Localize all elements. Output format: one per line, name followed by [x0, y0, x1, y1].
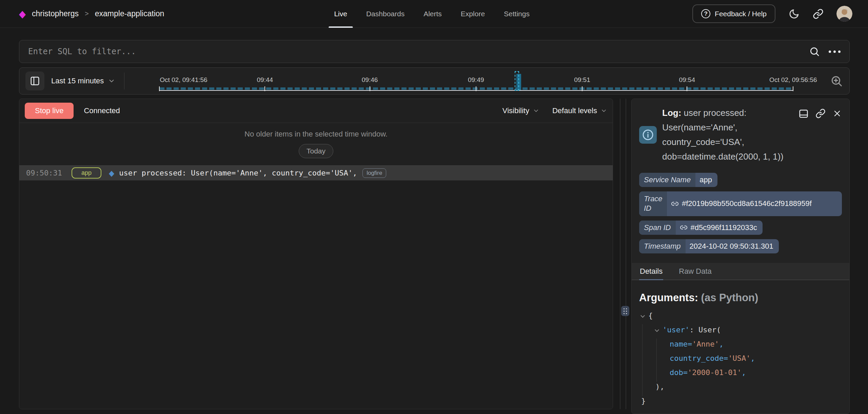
timeline-spike-selection — [515, 71, 519, 91]
chip-value-text: #d5c996f11192033c — [691, 223, 757, 232]
code-line: name='Anne', — [639, 337, 842, 351]
timeline-tick: 09:44 — [264, 86, 265, 91]
connection-status: Connected — [84, 106, 120, 115]
timeline-activity-spike — [515, 70, 525, 90]
code-line: { — [639, 309, 842, 323]
attribute-chip-timestamp: Timestamp2024-10-02 09:50:31.301 — [639, 239, 779, 253]
stop-live-button[interactable]: Stop live — [25, 103, 74, 119]
top-navbar: ◆ christophergs > example-application Li… — [0, 0, 868, 28]
code-token: '2000-01-01' — [688, 368, 742, 377]
code-token: { — [648, 311, 653, 320]
chip-label: Service Name — [639, 173, 695, 187]
detail-tab-details[interactable]: Details — [639, 263, 663, 280]
avatar-photo — [836, 6, 852, 22]
panel-resize-handle[interactable] — [621, 306, 629, 316]
chevron-down-icon — [533, 107, 539, 114]
code-line: } — [639, 394, 842, 408]
chip-value[interactable]: #f2019b98b550cd8a61546c2f9188959f — [667, 196, 817, 211]
nav-tabs: LiveDashboardsAlertsExploreSettings — [324, 0, 539, 28]
timeline-tick: 09:46 — [370, 86, 370, 91]
chip-label: Trace ID — [639, 191, 667, 216]
chip-value-text: 2024-10-02 09:50:31.301 — [690, 242, 773, 251]
timeline-divider — [124, 73, 124, 89]
link-icon[interactable] — [671, 200, 679, 208]
chip-label: Timestamp — [639, 239, 686, 253]
arguments-label: Arguments: — [639, 292, 698, 304]
dock-panel-icon[interactable] — [798, 108, 809, 119]
attribute-chip-trace-id: Trace ID#f2019b98b550cd8a61546c2f9188959… — [639, 191, 842, 216]
default-levels-dropdown[interactable]: Default levels — [552, 106, 607, 115]
timeline-end-label: Oct 02, 09:56:56 — [769, 76, 817, 84]
arguments-format-label: (as Python) — [701, 292, 758, 304]
attribute-chip-service-name: Service Nameapp — [639, 173, 717, 187]
sidebar-toggle-button[interactable] — [25, 71, 44, 90]
tab-alerts[interactable]: Alerts — [414, 0, 451, 28]
log-row[interactable]: 09:50:31 app ◆ user processed: User(name… — [19, 165, 613, 181]
timeline-tick: 09:54 — [687, 86, 687, 91]
info-level-icon — [639, 126, 657, 144]
arguments-code-block: {'user': User(name='Anne',country_code='… — [639, 309, 842, 408]
more-options-icon[interactable] — [829, 50, 841, 53]
share-link-icon[interactable] — [813, 8, 824, 19]
live-log-header: Stop live Connected Visibility Default l… — [19, 99, 613, 123]
timeline-tick: 09:51 — [582, 86, 583, 91]
timeline-start-tick: Oct 02, 09:41:56 — [159, 86, 160, 91]
visibility-label: Visibility — [502, 106, 529, 115]
log-level-diamond-icon: ◆ — [109, 169, 114, 177]
chip-value-text: app — [699, 175, 712, 184]
timeline-dashes — [159, 87, 793, 90]
chevron-down-icon — [108, 77, 115, 85]
tab-dashboards[interactable]: Dashboards — [357, 0, 414, 28]
detail-title: Log: user processed: User(name='Anne', c… — [662, 106, 793, 164]
scrollbar-track — [620, 99, 620, 409]
sql-filter-input[interactable] — [28, 47, 809, 56]
detail-tab-raw-data[interactable]: Raw Data — [678, 263, 712, 280]
tab-explore[interactable]: Explore — [451, 0, 494, 28]
visibility-dropdown[interactable]: Visibility — [502, 106, 539, 115]
time-range-label: Last 15 minutes — [51, 77, 104, 85]
detail-header-icons — [798, 108, 842, 119]
breadcrumb-org[interactable]: christophergs — [32, 9, 79, 18]
detail-title-label: Log: — [662, 108, 681, 118]
tab-settings[interactable]: Settings — [494, 0, 539, 28]
dark-mode-moon-icon[interactable] — [788, 8, 800, 20]
timeline-tick-label: 09:46 — [362, 76, 378, 84]
scope-badge: logfire — [362, 168, 386, 178]
code-token: User( — [698, 326, 721, 334]
code-token: ), — [655, 382, 665, 391]
feedback-help-button[interactable]: Feedback / Help — [692, 4, 775, 23]
log-list-empty-space — [19, 181, 613, 409]
timeline-end-tick: Oct 02, 09:56:56 — [793, 86, 793, 91]
collapse-chevron-icon[interactable] — [640, 313, 645, 318]
live-log-panel: Stop live Connected Visibility Default l… — [19, 99, 613, 409]
timeline-tick-label: 09:49 — [468, 76, 484, 84]
close-icon[interactable] — [832, 108, 842, 119]
detail-header: Log: user processed: User(name='Anne', c… — [639, 106, 842, 164]
timeline-start-label: Oct 02, 09:41:56 — [160, 76, 208, 84]
code-token: dob= — [670, 368, 688, 377]
time-range-dropdown[interactable]: Last 15 minutes — [51, 77, 115, 85]
user-avatar[interactable] — [836, 6, 852, 22]
search-icon[interactable] — [809, 46, 820, 57]
code-token: country_code= — [670, 354, 728, 363]
chip-value-text: #f2019b98b550cd8a61546c2f9188959f — [682, 199, 812, 208]
breadcrumb-separator: > — [85, 10, 89, 18]
chip-value: 2024-10-02 09:50:31.301 — [686, 239, 779, 253]
log-detail-panel: Log: user processed: User(name='Anne', c… — [631, 99, 850, 414]
tab-live[interactable]: Live — [324, 0, 357, 28]
logfire-logo-icon[interactable]: ◆ — [19, 9, 26, 19]
copy-link-icon[interactable] — [815, 108, 826, 119]
chip-value[interactable]: #d5c996f11192033c — [676, 221, 763, 235]
chevron-down-icon — [600, 107, 607, 114]
nav-right: Feedback / Help — [692, 4, 852, 23]
breadcrumb-project[interactable]: example-application — [95, 9, 164, 18]
content-area: Stop live Connected Visibility Default l… — [19, 99, 850, 414]
log-row-time: 09:50:31 — [26, 169, 62, 177]
link-icon[interactable] — [680, 224, 688, 231]
timeline-plot[interactable]: Oct 02, 09:41:56 Oct 02, 09:56:56 09:440… — [133, 68, 801, 94]
zoom-in-icon[interactable] — [830, 75, 843, 87]
today-button[interactable]: Today — [299, 144, 333, 158]
code-token: , — [719, 340, 724, 348]
collapse-chevron-icon[interactable] — [655, 328, 659, 332]
chip-value: app — [695, 173, 717, 187]
